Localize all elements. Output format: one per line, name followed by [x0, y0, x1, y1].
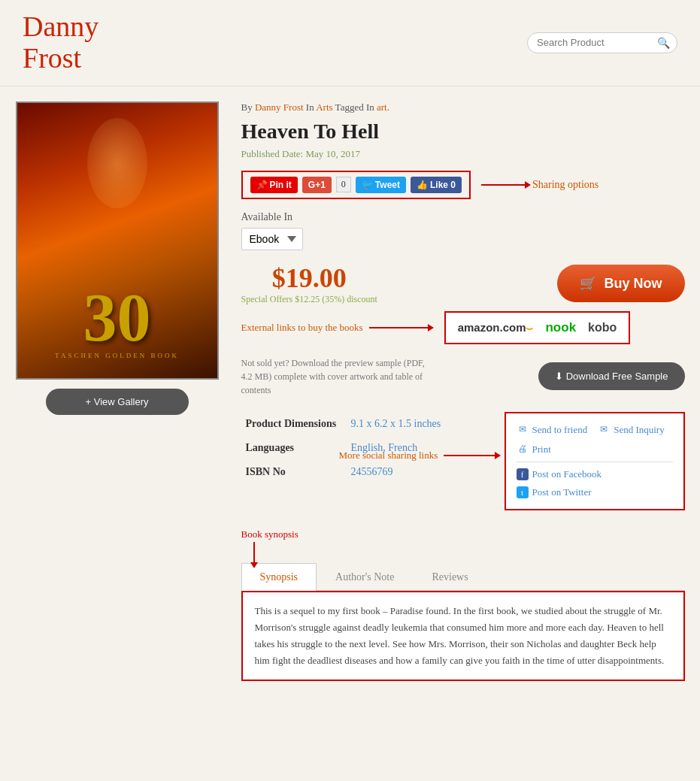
- price-section: $19.00 Special Offers $12.25 (35%) disco…: [241, 262, 685, 305]
- table-row: ISBN No 24556769: [241, 460, 489, 484]
- book-subtitle-cover: TASCHEN GOLDEN BOOK: [55, 352, 179, 359]
- view-gallery-button[interactable]: + View Gallery: [46, 389, 189, 415]
- arrow-head: [495, 452, 501, 459]
- pin-icon: 📌: [256, 180, 268, 190]
- divider: [517, 462, 673, 462]
- more-sharing-label: More social sharing links: [339, 450, 438, 462]
- arrow-down: [250, 562, 258, 568]
- kobo-link[interactable]: kobo: [588, 321, 617, 334]
- tabs-section: Book synopsis Synopsis Author's Note Rev…: [241, 528, 685, 681]
- more-sharing-arrow: [444, 455, 496, 456]
- more-sharing-annotation: More social sharing links: [339, 450, 497, 462]
- published-date: Published Date: May 10, 2017: [241, 148, 685, 160]
- bottom-row: Product Dimensions 9.1 x 6.2 x 1.5 inche…: [241, 412, 685, 510]
- tabs-header: Book synopsis: [241, 528, 685, 563]
- book-image-column: 30 TASCHEN GOLDEN BOOK + View Gallery: [16, 101, 219, 415]
- sharing-annotation: Sharing options: [481, 179, 598, 191]
- download-text: Not sold yet? Download the preview sampl…: [241, 356, 437, 397]
- product-layout: 30 TASCHEN GOLDEN BOOK + View Gallery By…: [16, 101, 685, 681]
- external-label-block: External links to buy the books: [241, 322, 429, 334]
- author-link[interactable]: Danny Frost: [255, 101, 304, 113]
- sharing-arrow-line: [481, 184, 526, 186]
- product-info-column: By Danny Frost In Arts Tagged In art. He…: [241, 101, 685, 681]
- book-synopsis-annotation-block: Book synopsis: [241, 528, 298, 563]
- price-discount: Special Offers $12.25 (35%) discount: [241, 294, 377, 305]
- download-section: Not sold yet? Download the preview sampl…: [241, 356, 685, 397]
- available-in-section: Available In Ebook: [241, 211, 685, 250]
- header: Danny Frost 🔍: [0, 0, 700, 86]
- book-synopsis-arrow: [253, 542, 255, 563]
- tab-authors-note[interactable]: Author's Note: [317, 563, 413, 591]
- tweet-button[interactable]: 🐦 Tweet: [356, 177, 406, 193]
- gplus-count: 0: [336, 177, 351, 192]
- cart-icon: 🛒: [580, 275, 596, 292]
- dimensions-label: Product Dimensions: [241, 412, 347, 436]
- external-label: External links to buy the books: [241, 322, 363, 334]
- send-to-friend-link[interactable]: ✉ Send to friend: [517, 424, 588, 436]
- post-facebook-link[interactable]: f Post on Facebook: [517, 468, 673, 480]
- tabs-row: Synopsis Author's Note Reviews: [241, 563, 685, 591]
- search-input[interactable]: [537, 37, 657, 48]
- search-icon-button[interactable]: 🔍: [657, 37, 670, 49]
- detail-table: Product Dimensions 9.1 x 6.2 x 1.5 inche…: [241, 412, 489, 484]
- book-synopsis-annotation-label: Book synopsis: [241, 528, 298, 540]
- social-share-region: More social sharing links ✉ Send to frie…: [505, 412, 685, 510]
- amazon-link[interactable]: amazon.com⌣: [458, 321, 534, 334]
- inquiry-icon: ✉: [598, 424, 610, 436]
- languages-label: Languages: [241, 436, 347, 460]
- print-icon: 🖨: [517, 443, 529, 456]
- nook-logo: nook: [545, 320, 576, 334]
- kobo-logo: kobo: [588, 321, 617, 334]
- tab-reviews[interactable]: Reviews: [413, 563, 486, 591]
- twitter-bird-icon: t: [517, 486, 529, 498]
- book-cover-inner: 30 TASCHEN GOLDEN BOOK: [17, 103, 217, 378]
- dimensions-value: 9.1 x 6.2 x 1.5 inches: [347, 412, 489, 436]
- tag-link[interactable]: art.: [377, 101, 389, 113]
- email-icon: ✉: [517, 424, 529, 436]
- sharing-label: Sharing options: [532, 179, 598, 191]
- social-share-top-row: ✉ Send to friend ✉ Send Inquiry: [517, 424, 673, 436]
- download-free-sample-button[interactable]: ⬇ Download Free Sample: [538, 362, 684, 390]
- external-links-row: External links to buy the books amazon.c…: [241, 311, 685, 344]
- available-in-label: Available In: [241, 211, 685, 223]
- product-title: Heaven To Hell: [241, 120, 685, 144]
- store-logos-box: amazon.com⌣ nook kobo: [444, 311, 631, 344]
- amazon-logo: amazon.com⌣: [458, 321, 534, 334]
- sharing-row: 📌 Pin it G+1 0 🐦 Tweet 👍 Like 0: [241, 171, 685, 199]
- category-link[interactable]: Arts: [316, 101, 332, 113]
- nook-link[interactable]: nook: [545, 320, 576, 335]
- twitter-icon: 🐦: [362, 180, 373, 190]
- social-share-box: ✉ Send to friend ✉ Send Inquiry 🖨 Print: [505, 412, 685, 510]
- search-bar: 🔍: [527, 32, 677, 53]
- external-arrow: [369, 327, 429, 328]
- send-inquiry-link[interactable]: ✉ Send Inquiry: [598, 424, 665, 436]
- synopsis-content: This is a sequel to my first book – Para…: [241, 591, 685, 681]
- main-content: 30 TASCHEN GOLDEN BOOK + View Gallery By…: [1, 86, 700, 696]
- facebook-icon: f: [517, 468, 529, 480]
- price-main: $19.00: [241, 262, 377, 294]
- site-logo: Danny Frost: [23, 11, 98, 74]
- facebook-icon: 👍: [417, 180, 428, 190]
- buy-now-button[interactable]: 🛒 Buy Now: [557, 265, 684, 302]
- format-select[interactable]: Ebook: [241, 228, 303, 250]
- post-twitter-link[interactable]: t Post on Twitter: [517, 486, 673, 498]
- price-block: $19.00 Special Offers $12.25 (35%) disco…: [241, 262, 377, 305]
- book-cover: 30 TASCHEN GOLDEN BOOK: [16, 101, 219, 380]
- like-button[interactable]: 👍 Like 0: [411, 177, 462, 193]
- breadcrumb: By Danny Frost In Arts Tagged In art.: [241, 101, 685, 114]
- sharing-buttons-box: 📌 Pin it G+1 0 🐦 Tweet 👍 Like 0: [241, 171, 471, 199]
- print-link[interactable]: 🖨 Print: [517, 443, 673, 456]
- book-number-decoration: 30: [55, 284, 179, 352]
- isbn-label: ISBN No: [241, 460, 347, 484]
- pin-it-button[interactable]: 📌 Pin it: [250, 177, 298, 193]
- table-row: Product Dimensions 9.1 x 6.2 x 1.5 inche…: [241, 412, 489, 436]
- isbn-value: 24556769: [347, 460, 489, 484]
- gplus-button[interactable]: G+1: [302, 177, 332, 193]
